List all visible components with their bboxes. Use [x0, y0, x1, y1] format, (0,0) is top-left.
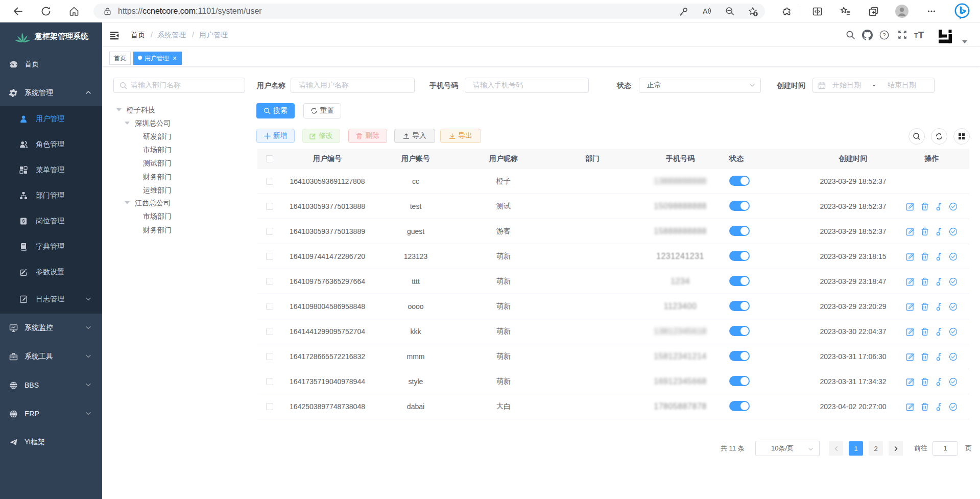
- svg-text:T: T: [914, 32, 918, 39]
- svg-text:T: T: [918, 30, 924, 40]
- svg-text:A: A: [703, 7, 708, 15]
- svg-text:?: ?: [882, 32, 886, 38]
